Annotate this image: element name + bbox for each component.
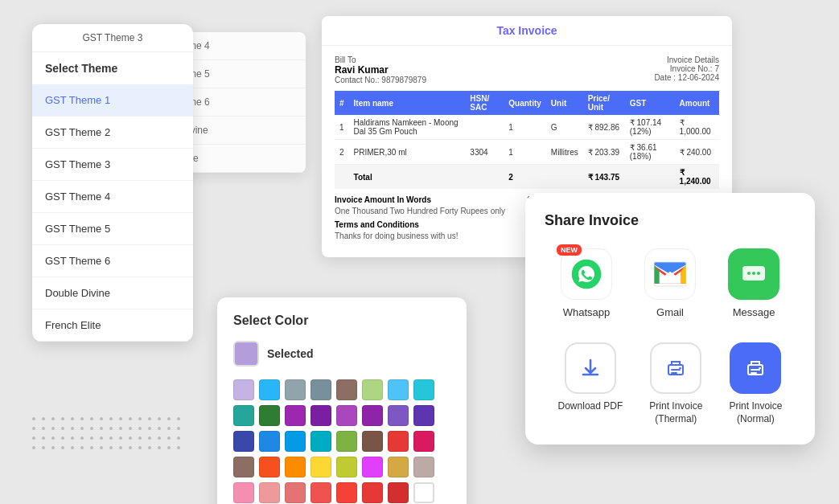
row1-hsn [465, 115, 504, 140]
color-picker-card: Select Color Selected [217, 297, 467, 504]
gmail-icon-circle [644, 248, 696, 300]
message-label: Message [733, 306, 775, 318]
color-swatch[interactable] [259, 457, 280, 477]
print-thermal-label: Print Invoice(Thermal) [649, 400, 702, 425]
color-swatch[interactable] [388, 482, 409, 503]
terms-text: Thanks for doing business with us! [335, 232, 527, 240]
color-swatch[interactable] [388, 379, 409, 400]
color-swatch[interactable] [362, 405, 383, 426]
selected-color-swatch[interactable] [233, 341, 259, 367]
theme-item-french[interactable]: French Elite [32, 309, 193, 342]
col-gst: GST [625, 91, 675, 115]
row1-num: 1 [335, 115, 349, 140]
col-price: Price/ Unit [583, 91, 625, 115]
theme-item-5[interactable]: GST Theme 5 [32, 213, 193, 245]
color-swatch[interactable] [413, 379, 434, 400]
color-swatch[interactable] [413, 431, 434, 452]
color-swatch[interactable] [233, 431, 254, 452]
gmail-label: Gmail [656, 306, 684, 318]
color-swatch[interactable] [285, 457, 306, 477]
theme-item-1[interactable]: GST Theme 1 [32, 84, 193, 117]
color-swatch[interactable] [413, 457, 434, 477]
row1-amount: ₹ 1,000.00 [675, 115, 719, 140]
color-swatch[interactable] [311, 431, 331, 452]
svg-rect-10 [759, 367, 761, 369]
color-swatch[interactable] [362, 431, 383, 452]
print-thermal-icon-circle [650, 342, 701, 394]
color-swatch[interactable] [285, 482, 306, 503]
theme-item-2[interactable]: GST Theme 2 [32, 117, 193, 149]
color-swatch[interactable] [233, 379, 254, 400]
color-swatch[interactable] [259, 482, 280, 503]
print-thermal-item[interactable]: Print Invoice(Thermal) [649, 342, 702, 425]
color-swatch[interactable] [311, 482, 331, 503]
col-num: # [335, 91, 349, 115]
color-swatch[interactable] [285, 379, 306, 400]
download-label: Download PDF [558, 400, 623, 413]
color-swatch[interactable] [388, 405, 409, 426]
color-swatch[interactable] [413, 405, 434, 426]
color-swatch[interactable] [336, 482, 357, 503]
col-unit: Unit [546, 91, 583, 115]
selected-label: Selected [267, 347, 314, 360]
total-qty: 2 [504, 165, 546, 190]
download-svg-icon [579, 357, 602, 379]
download-pdf-item[interactable]: Download PDF [558, 342, 623, 425]
amount-words-label: Invoice Amount In Words [335, 195, 527, 204]
theme-item-6[interactable]: GST Theme 6 [32, 245, 193, 277]
color-swatch[interactable] [388, 431, 409, 452]
invoice-table: # Item name HSN/ SAC Quantity Unit Price… [335, 91, 719, 189]
gmail-share-item[interactable]: Gmail [644, 248, 696, 318]
color-swatch[interactable] [388, 457, 409, 477]
color-swatch[interactable] [285, 405, 306, 426]
color-swatch[interactable] [259, 405, 280, 426]
color-swatch[interactable] [259, 379, 280, 400]
color-card-title: Select Color [233, 313, 450, 328]
total-row: Total 2 ₹ 143.75 ₹ 1,240.00 [335, 165, 719, 190]
col-amount: Amount [675, 91, 719, 115]
partial-theme-item: me 5 [177, 60, 306, 88]
theme-card-header: GST Theme 3 [32, 24, 193, 52]
color-swatch[interactable] [311, 379, 331, 400]
color-swatch[interactable] [362, 482, 383, 503]
gmail-svg-icon [654, 261, 686, 287]
row1-name: Haldirams Namkeen - Moong Dal 35 Gm Pouc… [349, 115, 466, 140]
theme-item-divine[interactable]: Double Divine [32, 277, 193, 309]
color-swatch[interactable] [311, 457, 331, 477]
color-swatch[interactable] [336, 405, 357, 426]
color-swatch[interactable] [413, 482, 434, 503]
row2-price: ₹ 203.39 [583, 140, 625, 165]
invoice-number: Invoice No.: 7 [654, 64, 719, 73]
theme-item-3[interactable]: GST Theme 3 [32, 149, 193, 181]
color-swatch[interactable] [336, 431, 357, 452]
col-qty: Quantity [504, 91, 546, 115]
col-item: Item name [349, 91, 466, 115]
whatsapp-svg-icon [570, 258, 603, 290]
partial-theme-item: ite [177, 145, 306, 173]
message-share-item[interactable]: Message [728, 248, 779, 318]
print-normal-item[interactable]: Print Invoice(Normal) [729, 342, 782, 425]
color-swatch[interactable] [336, 379, 357, 400]
share-invoice-card: Share Invoice NEW Whatsapp [525, 193, 815, 445]
color-swatch[interactable] [362, 457, 383, 477]
svg-rect-8 [679, 367, 681, 369]
color-swatch[interactable] [311, 405, 331, 426]
color-swatch[interactable] [233, 482, 254, 503]
color-swatch[interactable] [336, 457, 357, 477]
theme-item-4[interactable]: GST Theme 4 [32, 181, 193, 213]
selected-color-row: Selected [233, 341, 450, 367]
row1-price: ₹ 892.86 [583, 115, 625, 140]
color-swatch[interactable] [233, 457, 254, 477]
color-swatch[interactable] [285, 431, 306, 452]
color-swatch[interactable] [259, 431, 280, 452]
download-icon-circle [565, 342, 616, 394]
whatsapp-share-item[interactable]: NEW Whatsapp [561, 248, 612, 318]
print-normal-icon-circle [730, 342, 781, 394]
contact-number: Contact No.: 9879879879 [335, 76, 426, 84]
invoice-title: Tax Invoice [322, 16, 732, 46]
color-swatch[interactable] [362, 379, 383, 400]
share-icons-row: NEW Whatsapp [545, 248, 796, 318]
color-swatch[interactable] [233, 405, 254, 426]
customer-name: Ravi Kumar [335, 64, 426, 76]
row1-gst: ₹ 107.14 (12%) [625, 115, 675, 140]
